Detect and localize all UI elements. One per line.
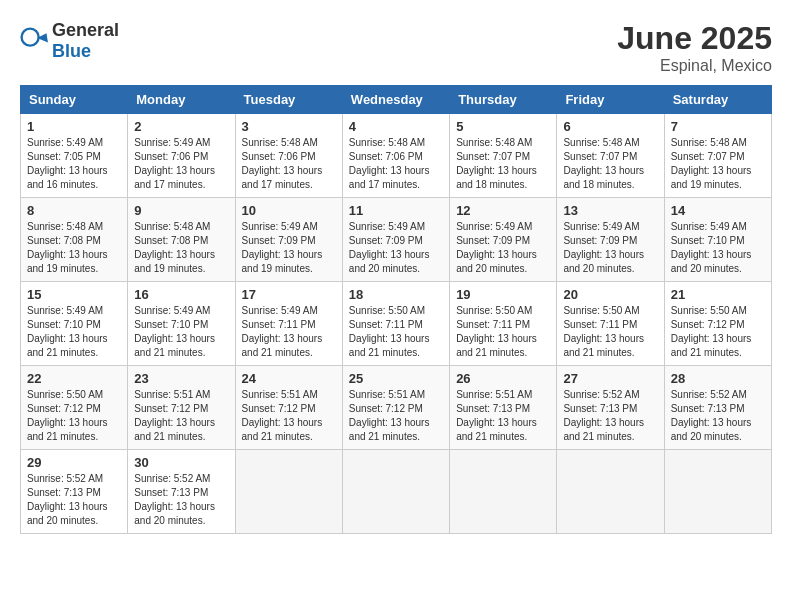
day-info: Sunrise: 5:50 AMSunset: 7:12 PMDaylight:… bbox=[671, 304, 765, 360]
day-number: 9 bbox=[134, 203, 228, 218]
table-row: 30Sunrise: 5:52 AMSunset: 7:13 PMDayligh… bbox=[128, 450, 235, 534]
day-number: 25 bbox=[349, 371, 443, 386]
table-row: 17Sunrise: 5:49 AMSunset: 7:11 PMDayligh… bbox=[235, 282, 342, 366]
day-info: Sunrise: 5:49 AMSunset: 7:11 PMDaylight:… bbox=[242, 304, 336, 360]
table-row: 2Sunrise: 5:49 AMSunset: 7:06 PMDaylight… bbox=[128, 114, 235, 198]
day-number: 26 bbox=[456, 371, 550, 386]
day-number: 20 bbox=[563, 287, 657, 302]
day-number: 3 bbox=[242, 119, 336, 134]
day-number: 6 bbox=[563, 119, 657, 134]
day-info: Sunrise: 5:48 AMSunset: 7:08 PMDaylight:… bbox=[134, 220, 228, 276]
table-row: 18Sunrise: 5:50 AMSunset: 7:11 PMDayligh… bbox=[342, 282, 449, 366]
day-number: 27 bbox=[563, 371, 657, 386]
table-row: 19Sunrise: 5:50 AMSunset: 7:11 PMDayligh… bbox=[450, 282, 557, 366]
day-info: Sunrise: 5:49 AMSunset: 7:10 PMDaylight:… bbox=[134, 304, 228, 360]
header-wednesday: Wednesday bbox=[342, 86, 449, 114]
day-info: Sunrise: 5:50 AMSunset: 7:11 PMDaylight:… bbox=[563, 304, 657, 360]
day-number: 19 bbox=[456, 287, 550, 302]
header-monday: Monday bbox=[128, 86, 235, 114]
table-row: 29Sunrise: 5:52 AMSunset: 7:13 PMDayligh… bbox=[21, 450, 128, 534]
logo-icon bbox=[20, 27, 48, 55]
table-row bbox=[450, 450, 557, 534]
title-area: June 2025 Espinal, Mexico bbox=[617, 20, 772, 75]
table-row: 4Sunrise: 5:48 AMSunset: 7:06 PMDaylight… bbox=[342, 114, 449, 198]
calendar-week-row: 8Sunrise: 5:48 AMSunset: 7:08 PMDaylight… bbox=[21, 198, 772, 282]
table-row: 14Sunrise: 5:49 AMSunset: 7:10 PMDayligh… bbox=[664, 198, 771, 282]
month-title: June 2025 bbox=[617, 20, 772, 57]
day-number: 12 bbox=[456, 203, 550, 218]
table-row: 15Sunrise: 5:49 AMSunset: 7:10 PMDayligh… bbox=[21, 282, 128, 366]
table-row: 10Sunrise: 5:49 AMSunset: 7:09 PMDayligh… bbox=[235, 198, 342, 282]
day-info: Sunrise: 5:49 AMSunset: 7:10 PMDaylight:… bbox=[27, 304, 121, 360]
calendar-week-row: 1Sunrise: 5:49 AMSunset: 7:05 PMDaylight… bbox=[21, 114, 772, 198]
svg-point-0 bbox=[22, 29, 39, 46]
table-row: 21Sunrise: 5:50 AMSunset: 7:12 PMDayligh… bbox=[664, 282, 771, 366]
table-row: 3Sunrise: 5:48 AMSunset: 7:06 PMDaylight… bbox=[235, 114, 342, 198]
table-row bbox=[557, 450, 664, 534]
day-info: Sunrise: 5:52 AMSunset: 7:13 PMDaylight:… bbox=[671, 388, 765, 444]
day-number: 21 bbox=[671, 287, 765, 302]
header-friday: Friday bbox=[557, 86, 664, 114]
header-sunday: Sunday bbox=[21, 86, 128, 114]
day-info: Sunrise: 5:49 AMSunset: 7:09 PMDaylight:… bbox=[349, 220, 443, 276]
calendar-week-row: 22Sunrise: 5:50 AMSunset: 7:12 PMDayligh… bbox=[21, 366, 772, 450]
day-number: 28 bbox=[671, 371, 765, 386]
day-number: 23 bbox=[134, 371, 228, 386]
day-number: 13 bbox=[563, 203, 657, 218]
table-row: 6Sunrise: 5:48 AMSunset: 7:07 PMDaylight… bbox=[557, 114, 664, 198]
table-row bbox=[342, 450, 449, 534]
day-number: 22 bbox=[27, 371, 121, 386]
table-row: 8Sunrise: 5:48 AMSunset: 7:08 PMDaylight… bbox=[21, 198, 128, 282]
calendar-header-row: Sunday Monday Tuesday Wednesday Thursday… bbox=[21, 86, 772, 114]
day-info: Sunrise: 5:48 AMSunset: 7:07 PMDaylight:… bbox=[563, 136, 657, 192]
table-row: 9Sunrise: 5:48 AMSunset: 7:08 PMDaylight… bbox=[128, 198, 235, 282]
table-row: 12Sunrise: 5:49 AMSunset: 7:09 PMDayligh… bbox=[450, 198, 557, 282]
day-number: 4 bbox=[349, 119, 443, 134]
day-info: Sunrise: 5:52 AMSunset: 7:13 PMDaylight:… bbox=[134, 472, 228, 528]
table-row: 20Sunrise: 5:50 AMSunset: 7:11 PMDayligh… bbox=[557, 282, 664, 366]
day-number: 2 bbox=[134, 119, 228, 134]
calendar-table: Sunday Monday Tuesday Wednesday Thursday… bbox=[20, 85, 772, 534]
day-info: Sunrise: 5:48 AMSunset: 7:06 PMDaylight:… bbox=[349, 136, 443, 192]
day-number: 15 bbox=[27, 287, 121, 302]
day-number: 8 bbox=[27, 203, 121, 218]
day-number: 1 bbox=[27, 119, 121, 134]
header-saturday: Saturday bbox=[664, 86, 771, 114]
table-row: 22Sunrise: 5:50 AMSunset: 7:12 PMDayligh… bbox=[21, 366, 128, 450]
day-number: 5 bbox=[456, 119, 550, 134]
day-info: Sunrise: 5:50 AMSunset: 7:11 PMDaylight:… bbox=[349, 304, 443, 360]
day-number: 7 bbox=[671, 119, 765, 134]
day-number: 16 bbox=[134, 287, 228, 302]
logo-text-general: General bbox=[52, 20, 119, 40]
table-row: 5Sunrise: 5:48 AMSunset: 7:07 PMDaylight… bbox=[450, 114, 557, 198]
day-info: Sunrise: 5:49 AMSunset: 7:10 PMDaylight:… bbox=[671, 220, 765, 276]
day-number: 29 bbox=[27, 455, 121, 470]
logo: General Blue bbox=[20, 20, 119, 62]
day-number: 24 bbox=[242, 371, 336, 386]
table-row: 16Sunrise: 5:49 AMSunset: 7:10 PMDayligh… bbox=[128, 282, 235, 366]
table-row: 28Sunrise: 5:52 AMSunset: 7:13 PMDayligh… bbox=[664, 366, 771, 450]
day-number: 11 bbox=[349, 203, 443, 218]
page-header: General Blue June 2025 Espinal, Mexico bbox=[20, 20, 772, 75]
day-info: Sunrise: 5:48 AMSunset: 7:07 PMDaylight:… bbox=[456, 136, 550, 192]
location-title: Espinal, Mexico bbox=[617, 57, 772, 75]
table-row: 13Sunrise: 5:49 AMSunset: 7:09 PMDayligh… bbox=[557, 198, 664, 282]
day-info: Sunrise: 5:51 AMSunset: 7:13 PMDaylight:… bbox=[456, 388, 550, 444]
table-row: 11Sunrise: 5:49 AMSunset: 7:09 PMDayligh… bbox=[342, 198, 449, 282]
table-row: 27Sunrise: 5:52 AMSunset: 7:13 PMDayligh… bbox=[557, 366, 664, 450]
day-number: 18 bbox=[349, 287, 443, 302]
day-number: 14 bbox=[671, 203, 765, 218]
table-row: 23Sunrise: 5:51 AMSunset: 7:12 PMDayligh… bbox=[128, 366, 235, 450]
day-info: Sunrise: 5:50 AMSunset: 7:12 PMDaylight:… bbox=[27, 388, 121, 444]
day-info: Sunrise: 5:48 AMSunset: 7:06 PMDaylight:… bbox=[242, 136, 336, 192]
table-row: 7Sunrise: 5:48 AMSunset: 7:07 PMDaylight… bbox=[664, 114, 771, 198]
day-info: Sunrise: 5:51 AMSunset: 7:12 PMDaylight:… bbox=[349, 388, 443, 444]
day-info: Sunrise: 5:48 AMSunset: 7:08 PMDaylight:… bbox=[27, 220, 121, 276]
table-row bbox=[235, 450, 342, 534]
day-info: Sunrise: 5:49 AMSunset: 7:09 PMDaylight:… bbox=[242, 220, 336, 276]
day-info: Sunrise: 5:52 AMSunset: 7:13 PMDaylight:… bbox=[563, 388, 657, 444]
table-row bbox=[664, 450, 771, 534]
table-row: 25Sunrise: 5:51 AMSunset: 7:12 PMDayligh… bbox=[342, 366, 449, 450]
day-info: Sunrise: 5:51 AMSunset: 7:12 PMDaylight:… bbox=[134, 388, 228, 444]
header-tuesday: Tuesday bbox=[235, 86, 342, 114]
